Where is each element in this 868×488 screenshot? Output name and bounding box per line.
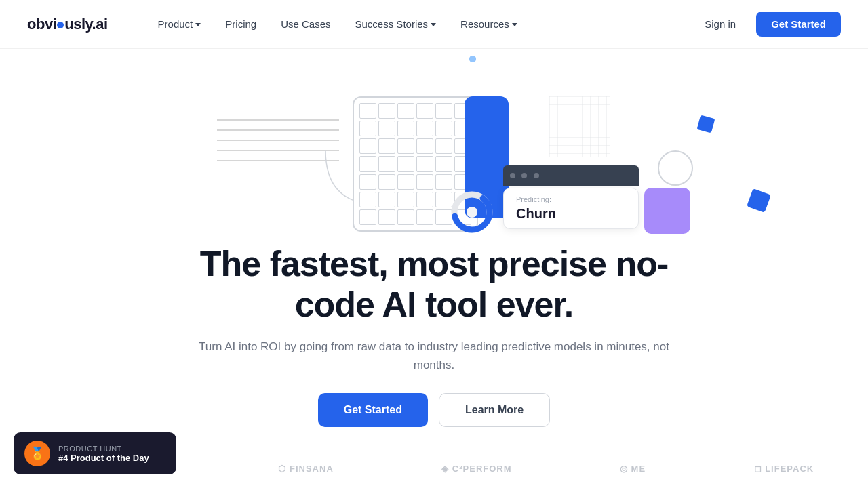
nav-product[interactable]: Product	[149, 13, 211, 35]
get-started-nav-button[interactable]: Get Started	[756, 12, 841, 37]
ph-badge-title: #4 Product of the Day	[58, 453, 149, 463]
donut-chart	[448, 188, 496, 237]
product-hunt-badge[interactable]: 🏅 PRODUCT HUNT #4 Product of the Day	[14, 432, 176, 474]
nav-success-stories[interactable]: Success Stories	[346, 13, 446, 35]
predict-label: Predicting:	[516, 195, 626, 203]
hero-headline: The fastest, most precise no-code AI too…	[180, 244, 688, 325]
logo-me: ◎ me	[620, 464, 646, 474]
svg-point-7	[467, 207, 477, 218]
ph-medal-icon: 🏅	[24, 441, 50, 466]
shape-blue-large	[747, 188, 771, 213]
nav-resources[interactable]: Resources	[451, 13, 527, 35]
predict-card: Predicting: Churn	[503, 188, 639, 229]
grid-deco-svg	[549, 96, 610, 157]
ph-badge-text: PRODUCT HUNT #4 Product of the Day	[58, 445, 149, 463]
predict-value: Churn	[516, 206, 626, 222]
hero-text-block: The fastest, most precise no-code AI too…	[180, 244, 688, 427]
nav-actions: Sign in Get Started	[695, 12, 841, 37]
resources-chevron-icon	[512, 23, 517, 26]
learn-more-button[interactable]: Learn More	[439, 393, 550, 427]
sign-in-link[interactable]: Sign in	[695, 13, 745, 35]
purple-square	[644, 188, 690, 234]
bar-dot-3	[534, 173, 539, 178]
logo[interactable]: obviusly.ai	[27, 16, 108, 33]
shape-circle	[658, 150, 693, 186]
hero-section: // Generate grid cells document.currentS…	[0, 49, 868, 427]
logo-c2perform: ◈ C²PERFORM	[441, 464, 511, 474]
blue-panel-dot-2	[469, 56, 476, 62]
svg-rect-8	[549, 96, 610, 157]
logo-dot	[57, 22, 64, 28]
bar-dot-2	[521, 173, 527, 178]
get-started-hero-button[interactable]: Get Started	[318, 393, 428, 427]
dark-bar	[503, 165, 639, 186]
nav-use-cases[interactable]: Use Cases	[271, 13, 340, 35]
product-chevron-icon	[195, 23, 201, 26]
shape-blue-small	[697, 115, 715, 134]
success-stories-chevron-icon	[431, 23, 436, 26]
hero-illustration: // Generate grid cells document.currentS…	[176, 56, 692, 232]
logo-finsana: ⬡ FinSANA	[278, 464, 333, 474]
navbar: obviusly.ai Product Pricing Use Cases Su…	[0, 0, 868, 49]
cta-buttons: Get Started Learn More	[180, 393, 688, 427]
logo-lifepack: ◻ lifepack	[754, 464, 814, 474]
ph-hunt-label: PRODUCT HUNT	[58, 445, 149, 453]
nav-links: Product Pricing Use Cases Success Storie…	[149, 13, 696, 35]
bar-dot-1	[510, 173, 515, 178]
hero-subheading: Turn AI into ROI by going from raw data …	[180, 338, 688, 374]
nav-pricing[interactable]: Pricing	[216, 13, 266, 35]
